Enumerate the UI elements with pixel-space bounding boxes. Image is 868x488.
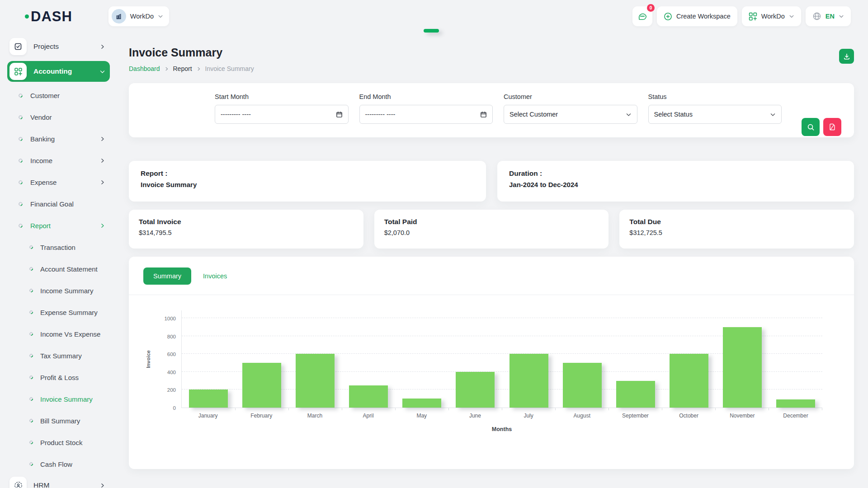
start-month-input[interactable]: --------- ---- [215, 105, 349, 124]
chevron-right-icon [99, 158, 105, 164]
x-tick-label: January [181, 413, 235, 419]
totals-row: Total Invoice$314,795.5Total Paid$2,070.… [129, 210, 854, 249]
menu-bullet-icon [28, 461, 33, 466]
create-workspace-label: Create Workspace [676, 13, 731, 20]
sidebar-item-financial-goal[interactable]: Financial Goal [7, 193, 110, 215]
sidebar-item-projects[interactable]: Projects [7, 36, 110, 57]
sidebar-item-label: Tax Summary [40, 352, 82, 360]
breadcrumb-dashboard[interactable]: Dashboard [129, 65, 160, 72]
search-icon [807, 123, 815, 131]
file-slash-icon [829, 123, 836, 131]
x-tick-label: August [555, 413, 609, 419]
bar-april[interactable] [349, 385, 388, 408]
bar-slot [556, 310, 609, 408]
tab-invoices[interactable]: Invoices [196, 267, 234, 285]
bar-october[interactable] [670, 354, 708, 408]
bar-may[interactable] [402, 399, 441, 408]
reset-button[interactable] [823, 118, 841, 136]
sidebar-item-vendor[interactable]: Vendor [7, 106, 110, 128]
sidebar-item-invoice-summary[interactable]: Invoice Summary [7, 388, 110, 410]
status-label: Status [648, 93, 782, 100]
sidebar-item-expense[interactable]: Expense [7, 171, 110, 193]
workspace-menu-button[interactable]: WorkDo [742, 6, 801, 26]
sidebar-item-report[interactable]: Report [7, 215, 110, 236]
notification-badge: 0 [647, 4, 655, 12]
bar-september[interactable] [616, 381, 655, 408]
invoice-bar-chart: Invoice 02004006008001000 JanuaryFebruar… [129, 310, 854, 432]
chevron-right-icon [164, 66, 169, 71]
total-value: $2,070.0 [384, 229, 599, 236]
workspace-name: WorkDo [130, 13, 154, 20]
bar-december[interactable] [776, 399, 815, 408]
sidebar-item-label: HRM [33, 481, 49, 488]
x-tick-label: July [502, 413, 555, 419]
sidebar-item-label: Transaction [40, 244, 75, 251]
sidebar-item-income-summary[interactable]: Income Summary [7, 280, 110, 301]
bar-january[interactable] [189, 389, 228, 408]
chevron-right-icon [99, 483, 105, 488]
total-label: Total Paid [384, 218, 599, 226]
create-workspace-button[interactable]: Create Workspace [657, 6, 737, 26]
total-label: Total Invoice [139, 218, 354, 226]
search-button[interactable] [802, 118, 820, 136]
sidebar-item-label: Cash Flow [40, 460, 72, 468]
bar-february[interactable] [242, 363, 281, 408]
bar-march[interactable] [296, 354, 335, 408]
checkbox-icon [9, 38, 27, 55]
sidebar-item-banking[interactable]: Banking [7, 128, 110, 150]
sidebar-item-cash-flow[interactable]: Cash Flow [7, 453, 110, 475]
bar-july[interactable] [509, 354, 548, 408]
sidebar-item-accounting[interactable]: Accounting [7, 61, 110, 82]
bar-slot [182, 310, 235, 408]
messages-button[interactable]: 0 [632, 6, 652, 26]
duration-label: Duration : [509, 169, 842, 178]
x-tick-label: April [342, 413, 395, 419]
sidebar-item-profit-loss[interactable]: Profit & Loss [7, 366, 110, 388]
x-tick-label: May [395, 413, 448, 419]
chevron-down-icon [789, 14, 794, 19]
sidebar-item-label: Income [30, 157, 52, 164]
sidebar-item-label: Income Vs Expense [40, 330, 100, 338]
x-tick-label: March [288, 413, 341, 419]
menu-bullet-icon [28, 310, 33, 314]
sidebar-item-account-statement[interactable]: Account Statement [7, 258, 110, 280]
building-icon [112, 9, 126, 23]
workspace-switcher[interactable]: WorkDo [108, 6, 169, 26]
sidebar-item-tax-summary[interactable]: Tax Summary [7, 345, 110, 366]
menu-bullet-icon [18, 201, 24, 207]
end-month-input[interactable]: --------- ---- [359, 105, 493, 124]
start-month-label: Start Month [215, 93, 349, 100]
menu-bullet-icon [28, 353, 33, 358]
sidebar-item-label: Projects [33, 42, 59, 51]
bar-june[interactable] [456, 372, 495, 408]
sidebar-item-product-stock[interactable]: Product Stock [7, 432, 110, 453]
sidebar-item-label: Financial Goal [30, 200, 74, 208]
plus-circle-icon [664, 12, 672, 21]
chevron-right-icon [99, 136, 105, 142]
sidebar-item-income-vs-expense[interactable]: Income Vs Expense [7, 323, 110, 345]
bar-november[interactable] [723, 327, 762, 408]
sidebar-item-income[interactable]: Income [7, 150, 110, 171]
calendar-icon [336, 111, 343, 118]
sidebar-item-bill-summary[interactable]: Bill Summary [7, 410, 110, 432]
breadcrumb-report[interactable]: Report [173, 65, 192, 72]
total-card-total-due: Total Due$312,725.5 [619, 210, 854, 249]
sidebar-item-customer[interactable]: Customer [7, 84, 110, 106]
sidebar-item-expense-summary[interactable]: Expense Summary [7, 301, 110, 323]
download-button[interactable] [839, 49, 854, 64]
chart-card: SummaryInvoices Invoice 0200400600800100… [129, 257, 854, 469]
y-tick-label: 600 [167, 352, 176, 357]
status-select[interactable]: Select Status [648, 105, 782, 124]
duration-info-card: Duration : Jan-2024 to Dec-2024 [497, 161, 854, 202]
sidebar-item-label: Expense Summary [40, 309, 98, 316]
bar-slot [769, 310, 822, 408]
bar-august[interactable] [563, 363, 602, 408]
tab-summary[interactable]: Summary [143, 267, 191, 285]
filter-card: Start Month --------- ---- End Month ---… [129, 83, 854, 137]
language-button[interactable]: EN [806, 6, 851, 26]
customer-select[interactable]: Select Customer [504, 105, 637, 124]
sidebar-item-transaction[interactable]: Transaction [7, 236, 110, 258]
sidebar-item-hrm[interactable]: HRM [7, 475, 110, 488]
report-label: Report : [141, 169, 474, 178]
chart-tabs: SummaryInvoices [143, 267, 854, 285]
